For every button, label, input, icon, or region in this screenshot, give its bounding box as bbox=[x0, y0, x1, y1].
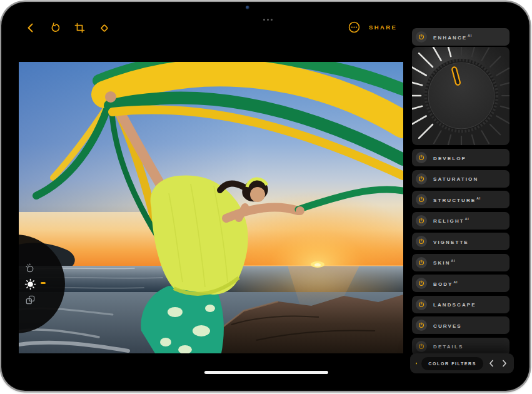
previous-filter-button[interactable] bbox=[488, 359, 495, 368]
panel-power-toggle[interactable] bbox=[416, 152, 427, 163]
multitasking-dots-indicator[interactable] bbox=[263, 19, 273, 21]
power-icon bbox=[418, 218, 424, 224]
panel-label: BODYAI bbox=[433, 280, 458, 287]
repair-button[interactable] bbox=[98, 22, 110, 34]
panel-label: STRUCTUREAI bbox=[433, 196, 481, 203]
adjustment-panel-row[interactable]: DEVELOP bbox=[412, 149, 509, 166]
enhance-knob-panel bbox=[412, 47, 509, 145]
color-filters-bar: COLOR FILTERS bbox=[410, 353, 514, 373]
share-button[interactable]: SHARE bbox=[369, 24, 397, 31]
power-icon bbox=[418, 301, 424, 308]
adjustment-panel-row[interactable]: SATURATION bbox=[412, 170, 509, 188]
power-icon bbox=[418, 343, 424, 350]
power-icon bbox=[418, 322, 424, 328]
white-balance-icon bbox=[25, 263, 36, 274]
wheel-selection-tick bbox=[41, 282, 46, 284]
home-indicator[interactable] bbox=[204, 371, 328, 374]
adjustment-panel-row[interactable]: SKINAI bbox=[412, 254, 509, 271]
panel-label: DETAILS bbox=[433, 343, 464, 350]
power-icon bbox=[418, 238, 424, 245]
panel-label: VIGNETTE bbox=[433, 238, 469, 245]
enhance-power-toggle[interactable] bbox=[416, 31, 427, 43]
chevron-right-icon bbox=[501, 360, 508, 367]
adjustment-panel-row[interactable]: RELIGHTAI bbox=[412, 212, 509, 230]
brightness-tool-active[interactable] bbox=[24, 278, 36, 290]
ellipsis-circle-icon bbox=[348, 21, 361, 34]
front-camera bbox=[246, 6, 249, 9]
more-options-button[interactable] bbox=[348, 21, 361, 34]
back-button[interactable] bbox=[25, 22, 37, 34]
adjustment-panel-row[interactable]: VIGNETTE bbox=[412, 233, 509, 250]
power-icon bbox=[418, 260, 424, 266]
toolbar-right: SHARE bbox=[348, 21, 397, 34]
crop-button[interactable] bbox=[74, 22, 86, 34]
panel-power-toggle[interactable] bbox=[416, 236, 427, 247]
undo-button[interactable] bbox=[49, 22, 61, 34]
photo-canvas[interactable] bbox=[19, 62, 403, 353]
power-icon bbox=[418, 176, 424, 182]
next-filter-button[interactable] bbox=[501, 359, 508, 368]
adjustment-panel-row[interactable]: BODYAI bbox=[412, 275, 509, 292]
toolbar-left bbox=[25, 22, 110, 34]
film-canister-icon bbox=[416, 358, 417, 368]
adjustment-panel-row[interactable]: STRUCTUREAI bbox=[412, 191, 509, 208]
back-chevron-icon bbox=[26, 23, 36, 33]
panel-power-toggle[interactable] bbox=[416, 341, 427, 352]
color-filters-button[interactable]: COLOR FILTERS bbox=[421, 357, 483, 370]
panel-power-toggle[interactable] bbox=[416, 257, 427, 268]
panel-label: LANDSCAPE bbox=[433, 301, 477, 308]
enhance-label: ENHANCEAI bbox=[433, 34, 472, 41]
power-icon bbox=[418, 34, 424, 40]
photo-image bbox=[19, 62, 403, 353]
adjustment-panel-row[interactable]: DETAILS bbox=[412, 338, 509, 355]
power-icon bbox=[418, 196, 424, 203]
enhance-panel-header[interactable]: ENHANCEAI bbox=[412, 28, 509, 46]
enhance-knob[interactable] bbox=[412, 47, 509, 145]
panel-power-toggle[interactable] bbox=[416, 173, 427, 184]
power-icon bbox=[418, 154, 424, 161]
filters-tool[interactable] bbox=[24, 293, 36, 306]
repair-diamond-icon bbox=[99, 23, 110, 34]
chevron-left-icon bbox=[488, 360, 494, 367]
panel-label: RELIGHTAI bbox=[433, 217, 469, 224]
panel-power-toggle[interactable] bbox=[416, 278, 427, 289]
power-icon bbox=[418, 280, 424, 286]
adjustment-panel-row[interactable]: CURVES bbox=[412, 316, 509, 334]
panel-label: DEVELOP bbox=[433, 154, 467, 161]
crop-icon bbox=[74, 23, 85, 33]
adjustment-panel-row[interactable]: LANDSCAPE bbox=[412, 296, 509, 313]
panel-label: CURVES bbox=[433, 322, 463, 329]
panel-power-toggle[interactable] bbox=[416, 215, 427, 226]
color-filters-icon bbox=[25, 295, 36, 305]
white-balance-tool[interactable] bbox=[24, 262, 36, 275]
panel-label: SKINAI bbox=[433, 259, 455, 266]
adjustment-panel-list: DEVELOP SATURATION STRUCTURE bbox=[412, 149, 509, 355]
panel-power-toggle[interactable] bbox=[416, 320, 427, 331]
panel-label: SATURATION bbox=[433, 175, 479, 182]
undo-icon bbox=[50, 23, 61, 33]
panel-power-toggle[interactable] bbox=[416, 194, 427, 205]
panel-power-toggle[interactable] bbox=[416, 299, 427, 310]
sun-brightness-icon bbox=[24, 278, 36, 290]
